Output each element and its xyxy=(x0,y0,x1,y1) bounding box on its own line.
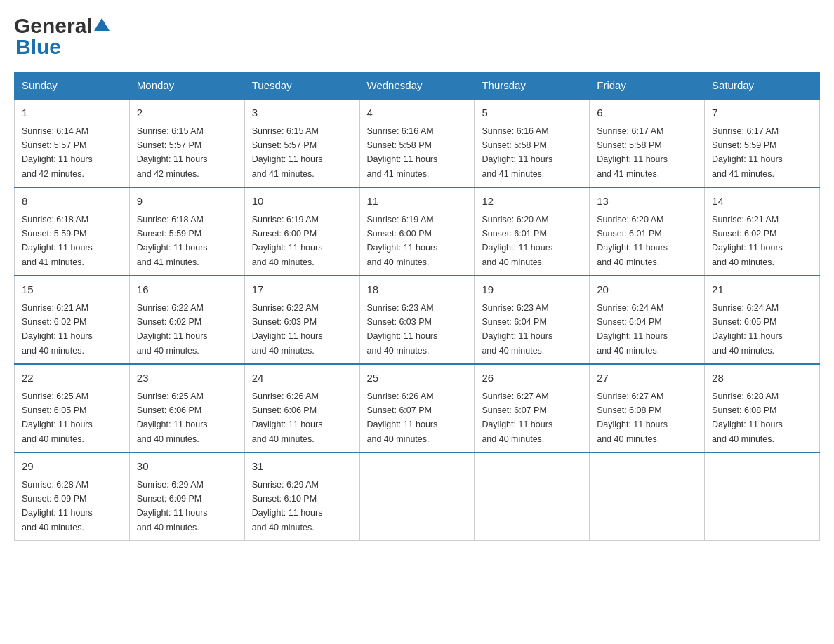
day-info: Sunrise: 6:21 AMSunset: 6:02 PMDaylight:… xyxy=(22,303,93,356)
day-info: Sunrise: 6:27 AMSunset: 6:08 PMDaylight:… xyxy=(597,391,668,444)
week-row-2: 8Sunrise: 6:18 AMSunset: 5:59 PMDaylight… xyxy=(15,187,820,276)
day-number: 19 xyxy=(482,282,582,298)
day-info: Sunrise: 6:21 AMSunset: 6:02 PMDaylight:… xyxy=(712,215,783,267)
day-number: 15 xyxy=(22,282,122,298)
day-info: Sunrise: 6:22 AMSunset: 6:02 PMDaylight:… xyxy=(137,303,208,356)
day-number: 22 xyxy=(22,370,122,387)
day-info: Sunrise: 6:22 AMSunset: 6:03 PMDaylight:… xyxy=(252,303,323,356)
day-info: Sunrise: 6:26 AMSunset: 6:06 PMDaylight:… xyxy=(252,391,323,444)
day-cell-11: 11Sunrise: 6:19 AMSunset: 6:00 PMDayligh… xyxy=(359,187,475,276)
day-cell-4: 4Sunrise: 6:16 AMSunset: 5:58 PMDaylight… xyxy=(359,99,475,187)
page-header: General Blue xyxy=(14,14,820,59)
day-info: Sunrise: 6:15 AMSunset: 5:57 PMDaylight:… xyxy=(137,126,208,179)
day-info: Sunrise: 6:19 AMSunset: 6:00 PMDaylight:… xyxy=(252,215,323,267)
day-number: 23 xyxy=(137,370,237,387)
day-number: 8 xyxy=(22,194,122,210)
day-number: 10 xyxy=(252,194,352,210)
empty-cell xyxy=(359,452,475,541)
calendar-header-row: SundayMondayTuesdayWednesdayThursdayFrid… xyxy=(15,72,820,100)
day-info: Sunrise: 6:18 AMSunset: 5:59 PMDaylight:… xyxy=(22,215,93,267)
day-info: Sunrise: 6:28 AMSunset: 6:08 PMDaylight:… xyxy=(712,391,783,444)
day-cell-6: 6Sunrise: 6:17 AMSunset: 5:58 PMDaylight… xyxy=(590,99,705,187)
week-row-5: 29Sunrise: 6:28 AMSunset: 6:09 PMDayligh… xyxy=(15,452,820,541)
day-cell-17: 17Sunrise: 6:22 AMSunset: 6:03 PMDayligh… xyxy=(244,276,359,364)
day-cell-23: 23Sunrise: 6:25 AMSunset: 6:06 PMDayligh… xyxy=(129,364,244,452)
day-number: 30 xyxy=(137,459,237,475)
logo: General Blue xyxy=(14,14,110,59)
week-row-3: 15Sunrise: 6:21 AMSunset: 6:02 PMDayligh… xyxy=(15,276,820,364)
day-info: Sunrise: 6:28 AMSunset: 6:09 PMDaylight:… xyxy=(22,480,93,532)
day-cell-3: 3Sunrise: 6:15 AMSunset: 5:57 PMDaylight… xyxy=(244,99,359,187)
day-info: Sunrise: 6:25 AMSunset: 6:06 PMDaylight:… xyxy=(137,391,208,444)
header-saturday: Saturday xyxy=(705,72,820,100)
day-number: 27 xyxy=(597,370,697,387)
day-number: 7 xyxy=(712,105,812,121)
day-info: Sunrise: 6:24 AMSunset: 6:04 PMDaylight:… xyxy=(597,303,668,356)
day-number: 16 xyxy=(137,282,237,298)
header-sunday: Sunday xyxy=(15,72,130,100)
day-info: Sunrise: 6:20 AMSunset: 6:01 PMDaylight:… xyxy=(597,215,668,267)
day-cell-5: 5Sunrise: 6:16 AMSunset: 5:58 PMDaylight… xyxy=(475,99,590,187)
week-row-1: 1Sunrise: 6:14 AMSunset: 5:57 PMDaylight… xyxy=(15,99,820,187)
day-cell-7: 7Sunrise: 6:17 AMSunset: 5:59 PMDaylight… xyxy=(705,99,820,187)
day-info: Sunrise: 6:14 AMSunset: 5:57 PMDaylight:… xyxy=(22,126,93,179)
day-number: 6 xyxy=(597,105,697,121)
day-number: 31 xyxy=(252,459,352,475)
day-info: Sunrise: 6:19 AMSunset: 6:00 PMDaylight:… xyxy=(367,215,438,267)
day-number: 21 xyxy=(712,282,812,298)
day-info: Sunrise: 6:16 AMSunset: 5:58 PMDaylight:… xyxy=(482,126,552,179)
day-info: Sunrise: 6:16 AMSunset: 5:58 PMDaylight:… xyxy=(367,126,438,179)
day-info: Sunrise: 6:17 AMSunset: 5:58 PMDaylight:… xyxy=(597,126,668,179)
day-cell-13: 13Sunrise: 6:20 AMSunset: 6:01 PMDayligh… xyxy=(590,187,705,276)
day-cell-30: 30Sunrise: 6:29 AMSunset: 6:09 PMDayligh… xyxy=(129,452,244,541)
day-cell-24: 24Sunrise: 6:26 AMSunset: 6:06 PMDayligh… xyxy=(244,364,359,452)
logo-triangle-icon xyxy=(94,18,110,34)
day-cell-21: 21Sunrise: 6:24 AMSunset: 6:05 PMDayligh… xyxy=(705,276,820,364)
day-cell-10: 10Sunrise: 6:19 AMSunset: 6:00 PMDayligh… xyxy=(244,187,359,276)
day-info: Sunrise: 6:15 AMSunset: 5:57 PMDaylight:… xyxy=(252,126,323,179)
day-info: Sunrise: 6:17 AMSunset: 5:59 PMDaylight:… xyxy=(712,126,783,179)
day-cell-1: 1Sunrise: 6:14 AMSunset: 5:57 PMDaylight… xyxy=(15,99,130,187)
day-info: Sunrise: 6:25 AMSunset: 6:05 PMDaylight:… xyxy=(22,391,93,444)
day-info: Sunrise: 6:23 AMSunset: 6:04 PMDaylight:… xyxy=(482,303,552,356)
day-info: Sunrise: 6:29 AMSunset: 6:09 PMDaylight:… xyxy=(137,480,208,532)
day-cell-22: 22Sunrise: 6:25 AMSunset: 6:05 PMDayligh… xyxy=(15,364,130,452)
day-number: 13 xyxy=(597,194,697,210)
day-number: 20 xyxy=(597,282,697,298)
day-number: 2 xyxy=(137,105,237,121)
day-cell-18: 18Sunrise: 6:23 AMSunset: 6:03 PMDayligh… xyxy=(359,276,475,364)
day-cell-16: 16Sunrise: 6:22 AMSunset: 6:02 PMDayligh… xyxy=(129,276,244,364)
calendar-table: SundayMondayTuesdayWednesdayThursdayFrid… xyxy=(14,72,820,541)
day-number: 5 xyxy=(482,105,582,121)
svg-marker-0 xyxy=(94,18,110,31)
day-number: 24 xyxy=(252,370,352,387)
day-info: Sunrise: 6:20 AMSunset: 6:01 PMDaylight:… xyxy=(482,215,552,267)
day-number: 28 xyxy=(712,370,812,387)
day-cell-25: 25Sunrise: 6:26 AMSunset: 6:07 PMDayligh… xyxy=(359,364,475,452)
empty-cell xyxy=(475,452,590,541)
header-wednesday: Wednesday xyxy=(359,72,475,100)
day-cell-12: 12Sunrise: 6:20 AMSunset: 6:01 PMDayligh… xyxy=(475,187,590,276)
day-number: 17 xyxy=(252,282,352,298)
day-info: Sunrise: 6:27 AMSunset: 6:07 PMDaylight:… xyxy=(482,391,552,444)
week-row-4: 22Sunrise: 6:25 AMSunset: 6:05 PMDayligh… xyxy=(15,364,820,452)
logo-blue-text: Blue xyxy=(14,35,61,59)
day-info: Sunrise: 6:26 AMSunset: 6:07 PMDaylight:… xyxy=(367,391,438,444)
day-cell-8: 8Sunrise: 6:18 AMSunset: 5:59 PMDaylight… xyxy=(15,187,130,276)
day-cell-27: 27Sunrise: 6:27 AMSunset: 6:08 PMDayligh… xyxy=(590,364,705,452)
day-info: Sunrise: 6:24 AMSunset: 6:05 PMDaylight:… xyxy=(712,303,783,356)
day-number: 9 xyxy=(137,194,237,210)
day-cell-9: 9Sunrise: 6:18 AMSunset: 5:59 PMDaylight… xyxy=(129,187,244,276)
day-info: Sunrise: 6:18 AMSunset: 5:59 PMDaylight:… xyxy=(137,215,208,267)
day-number: 4 xyxy=(367,105,468,121)
day-number: 12 xyxy=(482,194,582,210)
day-cell-31: 31Sunrise: 6:29 AMSunset: 6:10 PMDayligh… xyxy=(244,452,359,541)
header-tuesday: Tuesday xyxy=(244,72,359,100)
day-number: 29 xyxy=(22,459,122,475)
day-cell-29: 29Sunrise: 6:28 AMSunset: 6:09 PMDayligh… xyxy=(15,452,130,541)
day-cell-26: 26Sunrise: 6:27 AMSunset: 6:07 PMDayligh… xyxy=(475,364,590,452)
logo-general-text: General xyxy=(14,14,93,38)
day-cell-28: 28Sunrise: 6:28 AMSunset: 6:08 PMDayligh… xyxy=(705,364,820,452)
day-number: 25 xyxy=(367,370,468,387)
day-info: Sunrise: 6:23 AMSunset: 6:03 PMDaylight:… xyxy=(367,303,438,356)
